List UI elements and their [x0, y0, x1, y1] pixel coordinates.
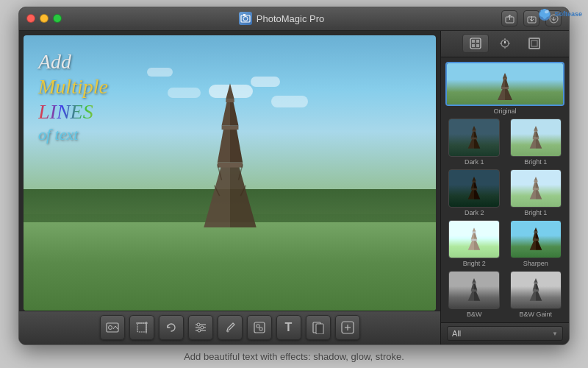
effect-sharpen[interactable]: Sharpen: [507, 220, 565, 267]
effect-bright1-label: Bright 1: [524, 158, 547, 166]
photo-canvas[interactable]: Add Multiple LINES of text: [24, 35, 436, 311]
svg-rect-12: [221, 126, 238, 130]
svg-rect-66: [533, 289, 539, 291]
svg-rect-20: [137, 323, 146, 332]
svg-point-28: [198, 329, 201, 332]
watermark: Softease: [537, 6, 582, 22]
svg-rect-52: [471, 137, 477, 139]
eiffel-tower: [186, 80, 274, 227]
svg-point-26: [197, 323, 200, 326]
cloud: [147, 68, 173, 77]
close-button[interactable]: [26, 14, 35, 23]
svg-rect-62: [533, 238, 539, 241]
svg-rect-65: [473, 282, 476, 283]
svg-rect-41: [476, 44, 479, 47]
add-photo-button[interactable]: [100, 315, 125, 340]
svg-point-3: [243, 17, 248, 21]
text-line-add[interactable]: Add: [38, 50, 108, 74]
effect-bwgaint-thumb: [510, 271, 562, 309]
adjustments-tab[interactable]: [492, 34, 518, 53]
svg-rect-58: [533, 188, 539, 190]
effect-sharpen-label: Sharpen: [523, 260, 548, 267]
effect-bw[interactable]: B&W: [445, 271, 503, 318]
effect-bright1b-thumb: [510, 169, 562, 208]
svg-rect-57: [473, 180, 476, 182]
svg-rect-39: [476, 40, 479, 43]
rotate-button[interactable]: [159, 315, 184, 340]
effect-bwgaint[interactable]: B&W Gaint: [507, 271, 565, 318]
toolbar: T: [19, 311, 440, 344]
minimize-button[interactable]: [40, 14, 49, 23]
panel-tabs: [441, 31, 569, 57]
watermark-icon: [537, 6, 553, 22]
effect-bright1[interactable]: Bright 1: [507, 118, 565, 166]
effect-dark2[interactable]: Dark 2: [445, 169, 503, 216]
effect-original-thumb: [445, 62, 564, 106]
brush-button[interactable]: [218, 315, 243, 340]
app-icon: [239, 12, 252, 25]
svg-rect-40: [472, 44, 475, 47]
cloud: [271, 96, 308, 107]
effect-bwgaint-label: B&W Gaint: [519, 311, 552, 318]
title-center: PhotoMagic Pro: [62, 12, 501, 25]
caption-text: Add beautiful text with effects: shadow,…: [184, 351, 404, 362]
effect-bright2-label: Bright 2: [463, 260, 486, 267]
effect-original-label: Original: [493, 107, 516, 115]
title-bar: PhotoMagic Pro: [19, 7, 569, 31]
svg-rect-50: [501, 87, 509, 89]
svg-rect-11: [217, 163, 242, 168]
pages-button[interactable]: [306, 315, 331, 340]
text-line-of[interactable]: of text: [38, 125, 108, 144]
effect-bright1b[interactable]: Bright 1: [507, 169, 565, 216]
frames-tab[interactable]: [521, 34, 548, 53]
effects-tab[interactable]: [462, 34, 489, 53]
right-panel: Original: [440, 31, 569, 344]
effect-dark2-label: Dark 2: [465, 209, 484, 216]
svg-rect-56: [471, 188, 477, 190]
text-button[interactable]: T: [276, 315, 301, 340]
effect-bright2[interactable]: Bright 2: [445, 220, 503, 267]
svg-rect-49: [531, 40, 537, 46]
svg-rect-33: [316, 324, 323, 334]
svg-rect-61: [473, 231, 476, 233]
svg-rect-55: [534, 130, 537, 131]
effect-dark2-thumb: [448, 169, 500, 208]
text-line-lines[interactable]: LINES: [38, 100, 108, 124]
adjust-button[interactable]: [188, 315, 213, 340]
effect-dark1[interactable]: Dark 1: [445, 118, 503, 166]
svg-rect-60: [471, 238, 477, 241]
maximize-button[interactable]: [53, 14, 62, 23]
effect-bright1-thumb: [510, 118, 562, 157]
svg-rect-13: [226, 99, 234, 102]
svg-rect-30: [257, 325, 259, 328]
effect-original[interactable]: Original: [445, 62, 564, 115]
svg-point-27: [201, 326, 204, 329]
svg-point-19: [108, 326, 112, 330]
effect-sharpen-thumb: [510, 220, 562, 258]
crop-button[interactable]: [129, 315, 154, 340]
effect-dark1-label: Dark 1: [465, 158, 484, 166]
svg-rect-63: [534, 231, 537, 233]
share-action-button[interactable]: [501, 10, 517, 26]
ground: [24, 214, 436, 311]
app-window: PhotoMagic Pro: [18, 7, 570, 345]
svg-rect-64: [471, 289, 477, 291]
main-content: Add Multiple LINES of text: [19, 31, 569, 344]
effect-bw-label: B&W: [467, 311, 482, 318]
filter-label: All: [452, 329, 461, 338]
effect-dark1-thumb: [448, 118, 500, 157]
text-line-multiple[interactable]: Multiple: [38, 75, 108, 99]
caption: Add beautiful text with effects: shadow,…: [184, 351, 404, 362]
svg-rect-53: [473, 130, 476, 131]
share-button[interactable]: [335, 315, 360, 340]
canvas-area: Add Multiple LINES of text: [19, 31, 440, 344]
traffic-lights: [26, 14, 62, 23]
svg-rect-54: [533, 137, 539, 139]
svg-rect-59: [534, 180, 537, 182]
sticker-button[interactable]: [247, 315, 272, 340]
svg-rect-4: [243, 14, 245, 16]
dropdown-arrow-icon: ▼: [552, 330, 558, 337]
svg-rect-48: [529, 38, 539, 49]
filter-dropdown[interactable]: All ▼: [447, 326, 563, 341]
effect-bright2-thumb: [448, 220, 500, 258]
